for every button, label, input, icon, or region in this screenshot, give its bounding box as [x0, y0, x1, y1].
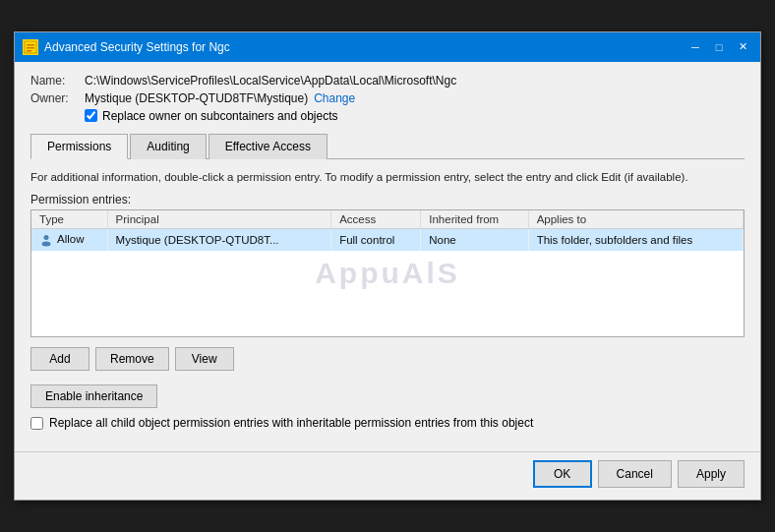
owner-row: Owner: Mystique (DESKTOP-QTUD8TF\Mystiqu… — [30, 91, 745, 105]
table-header-row: Type Principal Access Inherited from App… — [31, 210, 744, 229]
replace-child-checkbox[interactable] — [30, 417, 43, 430]
dialog-content: Name: C:\Windows\ServiceProfiles\LocalSe… — [15, 62, 760, 442]
replace-owner-label: Replace owner on subcontainers and objec… — [102, 109, 337, 123]
col-access: Access — [331, 210, 421, 229]
cell-3: This folder, subfolders and files — [528, 229, 743, 252]
permission-table: Type Principal Access Inherited from App… — [31, 210, 744, 251]
owner-value: Mystique (DESKTOP-QTUD8TF\Mystique) — [85, 91, 308, 105]
remove-button[interactable]: Remove — [95, 347, 169, 371]
owner-label: Owner: — [30, 91, 85, 105]
tab-bar: Permissions Auditing Effective Access — [30, 133, 745, 159]
action-buttons: Add Remove View — [30, 347, 745, 371]
permissions-description: For additional information, double-click… — [30, 169, 745, 185]
name-row: Name: C:\Windows\ServiceProfiles\LocalSe… — [30, 74, 745, 88]
permission-table-container: Type Principal Access Inherited from App… — [30, 209, 745, 337]
svg-point-4 — [44, 235, 49, 240]
tab-effective-access[interactable]: Effective Access — [209, 134, 328, 159]
window-controls: ─ □ ✕ — [686, 38, 752, 56]
minimize-button[interactable]: ─ — [686, 38, 705, 56]
col-principal: Principal — [107, 210, 331, 229]
entries-label: Permission entries: — [30, 193, 745, 207]
name-value: C:\Windows\ServiceProfiles\LocalService\… — [85, 74, 456, 88]
cell-1: Full control — [331, 229, 421, 252]
col-applies: Applies to — [528, 210, 743, 229]
tab-auditing[interactable]: Auditing — [130, 134, 206, 159]
svg-rect-2 — [27, 47, 34, 49]
cell-0: Mystique (DESKTOP-QTUD8T... — [107, 229, 331, 252]
cell-2: None — [421, 229, 528, 252]
svg-point-5 — [42, 242, 51, 247]
user-icon — [39, 233, 53, 247]
col-inherited: Inherited from — [421, 210, 528, 229]
change-link[interactable]: Change — [314, 91, 355, 105]
tab-permissions[interactable]: Permissions — [30, 134, 128, 159]
window-title: Advanced Security Settings for Ngc — [44, 40, 686, 54]
svg-rect-1 — [27, 44, 34, 46]
apply-button[interactable]: Apply — [678, 460, 745, 488]
svg-rect-3 — [27, 50, 31, 52]
permissions-tab-content: For additional information, double-click… — [30, 169, 745, 430]
dialog-buttons: OK Cancel Apply — [15, 451, 760, 500]
enable-inheritance-button[interactable]: Enable inheritance — [30, 384, 157, 408]
title-bar: Advanced Security Settings for Ngc ─ □ ✕ — [15, 32, 760, 62]
name-label: Name: — [30, 74, 85, 88]
maximize-button[interactable]: □ — [709, 38, 729, 56]
col-type: Type — [31, 210, 107, 229]
main-window: Advanced Security Settings for Ngc ─ □ ✕… — [14, 31, 761, 501]
add-button[interactable]: Add — [30, 347, 89, 371]
close-button[interactable]: ✕ — [733, 38, 752, 56]
replace-owner-checkbox[interactable] — [85, 109, 97, 122]
permission-table-wrapper[interactable]: Type Principal Access Inherited from App… — [30, 209, 745, 337]
view-button[interactable]: View — [175, 347, 234, 371]
replace-child-row: Replace all child object permission entr… — [30, 416, 745, 430]
replace-owner-row: Replace owner on subcontainers and objec… — [85, 109, 745, 123]
table-row[interactable]: AllowMystique (DESKTOP-QTUD8T...Full con… — [31, 229, 744, 252]
window-icon — [23, 39, 38, 55]
replace-child-label: Replace all child object permission entr… — [49, 416, 533, 430]
ok-button[interactable]: OK — [533, 460, 592, 488]
cell-type: Allow — [31, 229, 107, 252]
cancel-button[interactable]: Cancel — [598, 460, 672, 488]
